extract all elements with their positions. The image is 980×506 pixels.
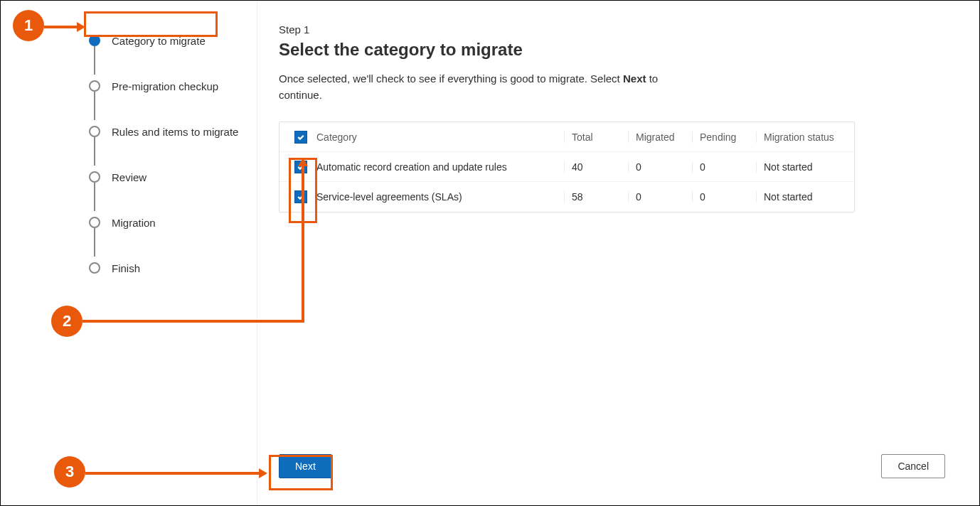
cell-pending: 0 [692, 191, 756, 203]
header-total[interactable]: Total [564, 131, 628, 143]
step-number-label: Step 1 [279, 23, 951, 36]
step-indicator-icon [89, 126, 100, 137]
header-migrated[interactable]: Migrated [628, 131, 692, 143]
annotation-callout-2: 2 [51, 306, 82, 337]
category-table: Category Total Migrated Pending Migratio… [279, 122, 855, 212]
table-row[interactable]: Automatic record creation and update rul… [279, 152, 854, 182]
cell-migrated: 0 [628, 161, 692, 173]
page-title: Select the category to migrate [279, 40, 951, 60]
header-category[interactable]: Category [316, 131, 564, 143]
cell-status: Not started [756, 191, 848, 203]
step-pre-migration-checkup[interactable]: Pre-migration checkup [89, 63, 243, 109]
svg-marker-4 [259, 468, 267, 478]
desc-text-bold: Next [623, 72, 646, 85]
cell-pending: 0 [692, 161, 756, 173]
cell-status: Not started [756, 161, 848, 173]
header-pending[interactable]: Pending [692, 131, 756, 143]
main-content: Step 1 Select the category to migrate On… [257, 1, 979, 505]
step-category-to-migrate[interactable]: Category to migrate [89, 18, 243, 63]
step-connector-icon [94, 46, 95, 75]
svg-marker-2 [298, 158, 308, 166]
page-description: Once selected, we'll check to see if eve… [279, 71, 677, 103]
cell-migrated: 0 [628, 191, 692, 203]
cancel-button[interactable]: Cancel [881, 454, 945, 478]
wizard-footer: Next Cancel [279, 446, 951, 491]
desc-text-before: Once selected, we'll check to see if eve… [279, 72, 623, 85]
annotation-arrow-icon [82, 158, 310, 327]
header-status[interactable]: Migration status [756, 131, 848, 143]
step-label: Category to migrate [112, 35, 206, 47]
annotation-arrow-icon [44, 20, 85, 34]
cell-category: Service-level agreements (SLAs) [316, 191, 564, 203]
step-indicator-active-icon [89, 35, 100, 46]
step-indicator-icon [89, 80, 100, 92]
annotation-callout-3: 3 [54, 456, 85, 488]
table-header-row: Category Total Migrated Pending Migratio… [279, 122, 854, 152]
next-button[interactable]: Next [279, 454, 332, 478]
select-all-checkbox[interactable] [294, 131, 307, 144]
cell-total: 40 [564, 161, 628, 173]
svg-marker-1 [77, 22, 85, 32]
step-rules-and-items[interactable]: Rules and items to migrate [89, 109, 243, 154]
step-connector-icon [94, 92, 95, 120]
annotation-callout-1: 1 [13, 10, 44, 41]
cell-category: Automatic record creation and update rul… [316, 161, 564, 173]
checkmark-icon [297, 133, 305, 141]
annotation-arrow-icon [85, 466, 267, 480]
step-label: Pre-migration checkup [112, 80, 218, 92]
step-label: Rules and items to migrate [112, 126, 238, 138]
table-row[interactable]: Service-level agreements (SLAs) 58 0 0 N… [279, 182, 854, 212]
cell-total: 58 [564, 191, 628, 203]
